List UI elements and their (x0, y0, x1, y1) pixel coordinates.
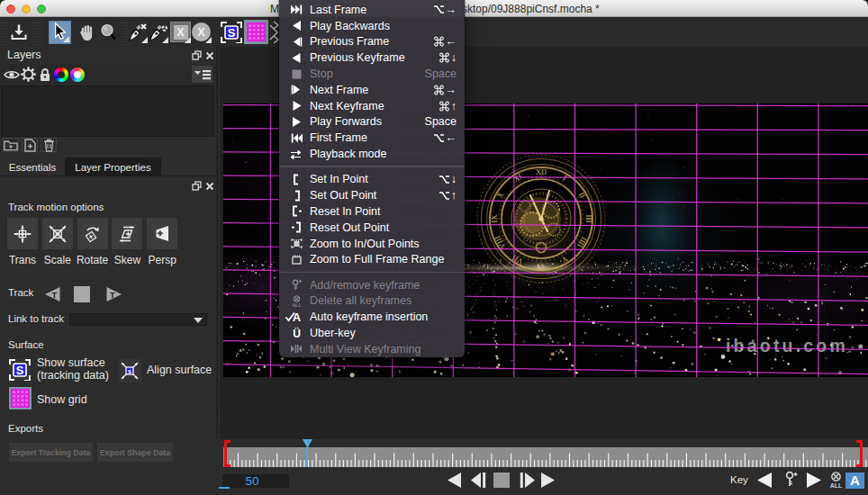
svg-text:T: T (110, 290, 115, 300)
svg-text:IX: IX (490, 214, 499, 223)
svg-text:A: A (292, 311, 301, 323)
svg-text:XI: XI (511, 172, 523, 184)
svg-text:s: s (128, 368, 131, 374)
svg-text:ALL: ALL (292, 302, 302, 307)
svg-text:ibaotu.com: ibaotu.com (726, 336, 848, 356)
svg-text:S: S (228, 26, 236, 40)
svg-text:VI: VI (537, 262, 546, 271)
svg-text:XII: XII (536, 167, 547, 176)
svg-text:ALL: ALL (830, 482, 843, 488)
svg-text:T: T (52, 290, 58, 300)
svg-text:III: III (584, 215, 593, 223)
svg-text:Ü: Ü (293, 328, 301, 339)
svg-text:S: S (16, 364, 24, 377)
